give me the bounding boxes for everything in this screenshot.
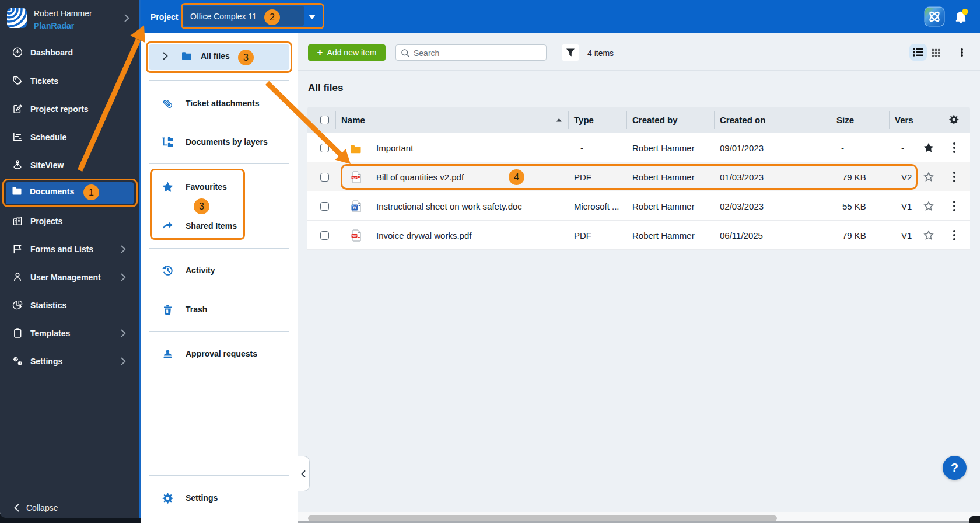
svg-text:PDF: PDF xyxy=(352,235,357,238)
svg-text:W: W xyxy=(352,205,357,210)
